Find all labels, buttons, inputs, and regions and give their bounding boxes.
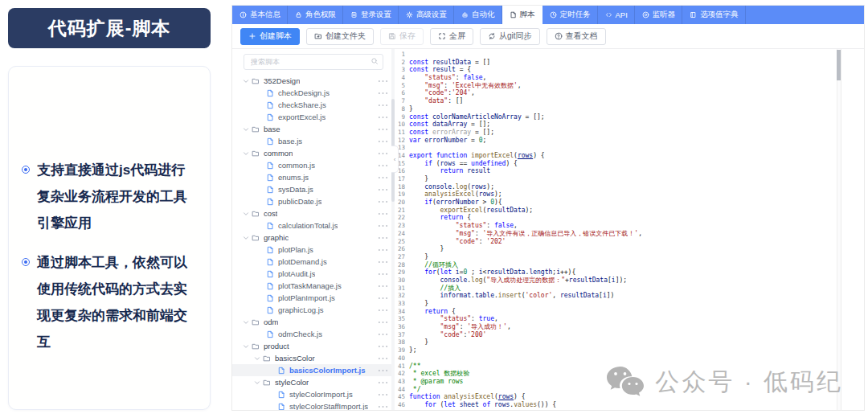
create-folder-button[interactable]: 创建文件夹 bbox=[306, 28, 374, 45]
item-menu-icon[interactable] bbox=[378, 321, 388, 324]
code-line: } bbox=[409, 175, 841, 183]
tree-file[interactable]: plotTaskManage.js bbox=[232, 280, 395, 292]
create-script-button[interactable]: 创建脚本 bbox=[240, 28, 300, 45]
plus-icon bbox=[248, 32, 256, 40]
code-line: } bbox=[409, 105, 841, 113]
file-js-icon bbox=[266, 162, 274, 170]
item-menu-icon[interactable] bbox=[378, 285, 388, 288]
tree-file[interactable]: basicsColorImport.js bbox=[232, 364, 395, 376]
item-menu-icon[interactable] bbox=[378, 369, 388, 372]
item-menu-icon[interactable] bbox=[378, 152, 388, 155]
tree-file[interactable]: calculationTotal.js bbox=[232, 219, 395, 232]
tab-advanced-settings[interactable]: 高级设置 bbox=[399, 6, 454, 24]
code-area[interactable]: const resultData = []const result = { "s… bbox=[409, 51, 841, 411]
save-button[interactable]: 保存 bbox=[380, 28, 424, 45]
file-js-icon bbox=[266, 306, 274, 314]
tab-basic-info[interactable]: 基本信息 bbox=[232, 6, 288, 24]
item-menu-icon[interactable] bbox=[378, 116, 388, 119]
tree-file[interactable]: plotAudit.js bbox=[232, 268, 395, 280]
code-line: "code": '202' bbox=[409, 238, 841, 246]
tree-folder[interactable]: basicsColor bbox=[232, 352, 395, 364]
button-label: 创建文件夹 bbox=[326, 31, 366, 42]
item-menu-icon[interactable] bbox=[378, 140, 388, 143]
tree-folder[interactable]: cost bbox=[232, 207, 395, 219]
tree-file[interactable]: checkDesign.js bbox=[232, 87, 395, 99]
tree-folder[interactable]: common bbox=[232, 147, 395, 159]
view-docs-button[interactable]: 查看文档 bbox=[547, 28, 606, 45]
fullscreen-button[interactable]: 全屏 bbox=[430, 28, 473, 45]
item-menu-icon[interactable] bbox=[378, 92, 388, 95]
item-menu-icon[interactable] bbox=[378, 405, 388, 408]
item-menu-icon[interactable] bbox=[378, 333, 388, 336]
item-menu-icon[interactable] bbox=[378, 212, 388, 215]
item-menu-icon[interactable] bbox=[378, 200, 388, 203]
tree-folder[interactable]: base bbox=[232, 123, 395, 135]
tree-folder[interactable]: 352Design bbox=[232, 75, 395, 87]
folder-icon bbox=[252, 234, 260, 242]
tab-option-dict[interactable]: 选项值字典 bbox=[682, 6, 746, 24]
item-menu-icon[interactable] bbox=[378, 381, 388, 384]
tree-file[interactable]: sysData.js bbox=[232, 183, 395, 195]
tab-script[interactable]: 脚本 bbox=[502, 6, 542, 24]
tree-folder[interactable]: graphic bbox=[232, 232, 395, 244]
item-menu-icon[interactable] bbox=[378, 188, 388, 191]
tree-file[interactable]: styleColorStaffImport.js bbox=[232, 400, 395, 411]
tab-listener[interactable]: 监听器 bbox=[635, 6, 683, 24]
tree-file[interactable]: publicDate.js bbox=[232, 195, 395, 207]
item-menu-icon[interactable] bbox=[378, 309, 388, 312]
tree-file[interactable]: plotPlanImport.js bbox=[232, 292, 395, 304]
bullet-icon bbox=[22, 258, 30, 266]
file-js-icon bbox=[266, 89, 274, 97]
code-editor[interactable]: 1234567891011121314151617181920212223242… bbox=[395, 49, 841, 411]
item-menu-icon[interactable] bbox=[378, 273, 388, 276]
chevron-down-icon bbox=[242, 210, 250, 218]
search-input[interactable] bbox=[244, 54, 383, 70]
item-menu-icon[interactable] bbox=[378, 104, 388, 107]
tab-label: 脚本 bbox=[520, 10, 535, 20]
item-menu-icon[interactable] bbox=[378, 260, 388, 264]
tree-file[interactable]: plotPlan.js bbox=[232, 244, 395, 256]
page-title: 代码扩展-脚本 bbox=[8, 8, 211, 48]
tab-role-permission[interactable]: 角色权限 bbox=[288, 6, 343, 24]
item-menu-icon[interactable] bbox=[378, 128, 388, 131]
tree-folder[interactable]: odm bbox=[232, 316, 395, 328]
tree-item-name: common bbox=[264, 149, 293, 158]
tree-folder[interactable]: styleColor bbox=[232, 376, 395, 388]
code-line: "status": false, bbox=[409, 222, 841, 230]
lock-icon bbox=[295, 11, 302, 18]
item-menu-icon[interactable] bbox=[378, 393, 388, 396]
clock-icon bbox=[550, 11, 557, 18]
code-line: "msg": '导入文件有误，正确信息已导入，错误文件已下载！', bbox=[409, 230, 841, 238]
file-js-icon bbox=[277, 367, 285, 375]
item-menu-icon[interactable] bbox=[378, 345, 388, 348]
tab-label: API bbox=[616, 10, 628, 19]
tab-automation[interactable]: 自动化 bbox=[454, 6, 502, 24]
tree-file[interactable]: odmCheck.js bbox=[232, 328, 395, 340]
tree-file[interactable]: styleColorImport.js bbox=[232, 388, 395, 400]
tab-login-settings[interactable]: 登录设置 bbox=[343, 6, 399, 24]
tab-scheduled-tasks[interactable]: 定时任务 bbox=[542, 6, 598, 24]
collapse-tree-handle[interactable]: ‹ bbox=[391, 145, 399, 173]
tree-file[interactable]: exportExcel.js bbox=[232, 111, 395, 123]
item-menu-icon[interactable] bbox=[378, 164, 388, 167]
code-line: const resultData = [] bbox=[409, 59, 841, 67]
tab-api[interactable]: API bbox=[598, 6, 635, 24]
tree-folder[interactable]: product bbox=[232, 340, 395, 352]
item-menu-icon[interactable] bbox=[378, 236, 388, 240]
item-menu-icon[interactable] bbox=[378, 297, 388, 300]
tree-item-name: cost bbox=[264, 209, 277, 218]
tree-file[interactable]: common.js bbox=[232, 159, 395, 171]
item-menu-icon[interactable] bbox=[378, 176, 388, 179]
item-menu-icon[interactable] bbox=[378, 224, 388, 227]
tree-file[interactable]: enums.js bbox=[232, 171, 395, 183]
item-menu-icon[interactable] bbox=[378, 248, 388, 252]
tree-file[interactable]: graphicLog.js bbox=[232, 304, 395, 316]
code-line: var errorNumber = 0; bbox=[409, 137, 841, 145]
item-menu-icon[interactable] bbox=[378, 357, 388, 360]
git-sync-button[interactable]: 从git同步 bbox=[480, 28, 540, 45]
tree-file[interactable]: base.js bbox=[232, 135, 395, 147]
tree-file[interactable]: plotDemand.js bbox=[232, 256, 395, 268]
editor-scrollbar[interactable] bbox=[837, 49, 841, 411]
item-menu-icon[interactable] bbox=[378, 80, 388, 83]
tree-file[interactable]: checkShare.js bbox=[232, 99, 395, 111]
